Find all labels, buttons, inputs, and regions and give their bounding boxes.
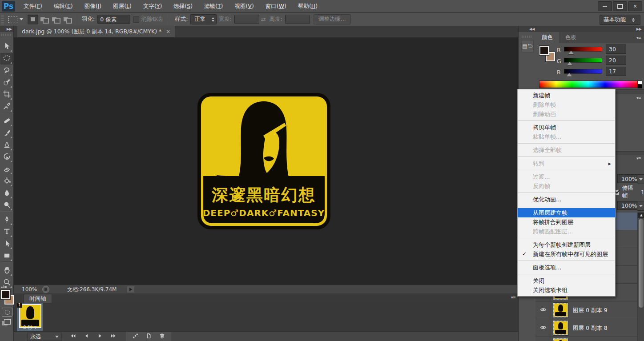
quick-selection-tool[interactable] — [0, 77, 13, 88]
menu-item-delete-single-frame[interactable]: 删除单帧 — [518, 100, 615, 109]
channel-value-input[interactable]: 17 — [606, 67, 626, 76]
visibility-eye-icon[interactable] — [535, 337, 551, 341]
next-frame-button[interactable] — [107, 333, 119, 341]
dodge-tool[interactable] — [0, 200, 13, 211]
menu-edit[interactable]: 编辑(E) — [48, 0, 79, 12]
menu-item[interactable] — [518, 120, 615, 121]
strip-grip[interactable] — [522, 36, 532, 38]
shape-tool[interactable] — [0, 250, 13, 262]
canvas-area[interactable]: 深邃黑暗幻想 DEEP♂DARK♂FANTASY — [14, 38, 518, 285]
slider-thumb-icon[interactable] — [567, 73, 572, 76]
menu-item[interactable] — [518, 238, 615, 238]
subtract-selection-button[interactable] — [51, 15, 61, 24]
delete-frame-button[interactable] — [156, 333, 168, 341]
slider-thumb-icon[interactable] — [567, 62, 572, 65]
eraser-tool[interactable] — [0, 164, 13, 175]
menu-item-copy-single-frame[interactable]: 拷贝单帧 — [518, 123, 615, 132]
blur-tool[interactable] — [0, 188, 13, 199]
layer-row[interactable]: 图层 0 副本 8 — [535, 319, 637, 337]
close-button[interactable]: ✕ — [628, 1, 642, 11]
visibility-eye-icon[interactable] — [535, 319, 551, 337]
tab-swatches[interactable]: 色板 — [559, 32, 583, 43]
black-swatch[interactable] — [637, 84, 642, 88]
pen-tool[interactable] — [0, 214, 13, 226]
panel-menu-icon[interactable]: ▾≡ — [636, 156, 641, 160]
menu-item-delete-animation[interactable]: 删除动画 — [518, 109, 615, 119]
menu-item-paste-single-frame[interactable]: 粘贴单帧... — [518, 132, 615, 141]
foreground-color-swatch[interactable] — [1, 290, 10, 299]
menu-item-make-frames-from-layers[interactable]: 从图层建立帧 — [518, 208, 615, 217]
foreground-color-swatch[interactable] — [539, 46, 549, 55]
refine-edge-button[interactable]: 调整边缘... — [314, 14, 351, 24]
eyedropper-tool[interactable] — [0, 101, 13, 112]
duplicate-frame-button[interactable] — [142, 333, 155, 341]
new-selection-button[interactable] — [28, 15, 38, 24]
frame-delay-select[interactable]: 0 秒 ▾ — [17, 324, 43, 331]
menu-item-new-frame[interactable]: 新建帧 — [518, 91, 615, 100]
toolbar-grip[interactable] — [1, 34, 12, 36]
antialias-checkbox[interactable] — [133, 16, 139, 23]
play-button[interactable] — [93, 333, 106, 341]
menu-item-new-layers-visible-all-frames[interactable]: ✓ 新建在所有帧中都可见的图层 — [518, 249, 615, 259]
panel-menu-icon[interactable]: ▾≡ — [636, 36, 641, 40]
menu-image[interactable]: 图像(I) — [79, 0, 107, 12]
menu-select[interactable]: 选择(S) — [168, 0, 198, 12]
prev-frame-button[interactable] — [80, 333, 93, 341]
slider-thumb-icon[interactable] — [568, 51, 574, 54]
layer-thumbnail[interactable] — [553, 303, 568, 317]
move-tool[interactable] — [0, 41, 13, 52]
path-selection-tool[interactable] — [0, 238, 13, 250]
menu-type[interactable]: 文字(Y) — [137, 0, 168, 12]
options-grip[interactable] — [1, 15, 4, 24]
layer-row[interactable] — [535, 337, 637, 341]
tween-button[interactable] — [129, 333, 141, 341]
menu-help[interactable]: 帮助(H) — [292, 0, 323, 12]
type-tool[interactable] — [0, 226, 13, 238]
menu-item[interactable] — [518, 143, 615, 144]
tab-close-icon[interactable]: × — [166, 28, 170, 35]
first-frame-button[interactable] — [67, 333, 79, 341]
menu-item-select-all-frames[interactable]: 选择全部帧 — [518, 145, 615, 155]
color-spectrum-ramp[interactable] — [539, 80, 638, 88]
visibility-eye-icon[interactable] — [535, 301, 551, 319]
menu-view[interactable]: 视图(V) — [229, 0, 259, 12]
menu-item[interactable] — [518, 206, 615, 206]
fill-input[interactable]: 100% — [617, 201, 637, 210]
menu-item[interactable] — [518, 261, 615, 261]
toolbar-collapse[interactable]: ▶▶ — [0, 26, 13, 32]
history-brush-tool[interactable] — [0, 152, 13, 163]
lasso-tool[interactable] — [0, 65, 13, 76]
style-select[interactable]: 正常 — [190, 14, 217, 24]
zoom-level-field[interactable]: 100% — [22, 286, 42, 293]
menu-item-reverse-frames[interactable]: 反向帧 — [518, 181, 615, 191]
menu-item-flatten-frames-into-layers[interactable]: 将帧拼合到图层 — [518, 217, 615, 227]
clone-stamp-tool[interactable] — [0, 140, 13, 151]
status-flyout-button[interactable] — [127, 286, 134, 293]
opacity-dropdown-icon[interactable] — [637, 174, 644, 184]
quick-mask-button[interactable] — [2, 308, 12, 317]
timeline-tab[interactable]: 时间轴 — [24, 294, 52, 303]
menu-item-close[interactable]: 关闭 — [518, 276, 615, 285]
add-selection-button[interactable] — [39, 15, 50, 24]
opacity-input[interactable]: 100% — [617, 174, 637, 183]
height-input[interactable] — [285, 15, 310, 24]
menu-item-optimize-animation[interactable]: 优化动画... — [518, 195, 615, 204]
fill-dropdown-icon[interactable] — [637, 201, 644, 211]
menu-file[interactable]: 文件(F) — [18, 0, 48, 12]
tool-preset-picker[interactable] — [8, 16, 23, 23]
crop-tool[interactable] — [0, 89, 13, 100]
history-panel-icon[interactable]: ▤⮌ — [521, 40, 534, 52]
panel-menu-icon[interactable]: ▾≡ — [636, 96, 641, 100]
menu-item-close-tab-group[interactable]: 关闭选项卡组 — [518, 285, 615, 295]
screen-mode-button[interactable] — [2, 319, 12, 327]
intersect-selection-button[interactable] — [62, 15, 73, 24]
scroll-up-icon[interactable]: ▲ — [638, 213, 644, 218]
menu-item-create-new-layer-per-frame[interactable]: 为每个新帧创建新图层 — [518, 240, 615, 249]
maximize-button[interactable] — [613, 1, 627, 11]
menu-item-match-layer-across-frames[interactable]: 跨帧匹配图层... — [518, 227, 615, 236]
collapse-right-icon[interactable]: ▶▶ — [636, 27, 642, 31]
layer-thumbnail[interactable] — [553, 338, 568, 341]
tab-color[interactable]: 颜色 — [535, 32, 559, 43]
menu-item[interactable] — [518, 170, 615, 170]
swap-colors-icon[interactable]: ⇄▪ — [1, 285, 12, 290]
